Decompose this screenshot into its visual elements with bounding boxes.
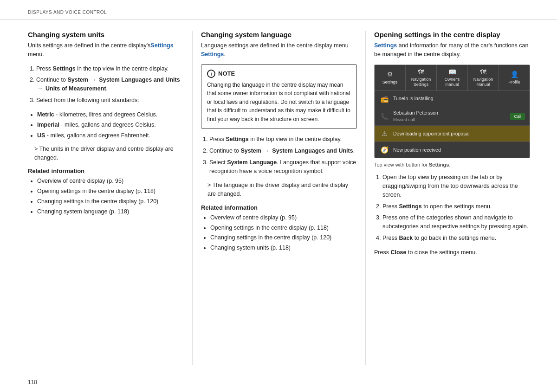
compass-icon: 🧭 xyxy=(379,145,389,155)
col2-step1: Press Settings in the top view in the ce… xyxy=(209,135,357,144)
col3-step2: Press Settings to open the settings menu… xyxy=(382,202,530,211)
col1-step1: Press Settings in the top view in the ce… xyxy=(36,64,184,73)
col3-step1: Open the top view by pressing on the tab… xyxy=(382,173,530,199)
col2-step2: Continue to System → System Languages an… xyxy=(209,147,357,155)
page-content: Changing system units Units settings are… xyxy=(0,19,557,374)
note-box: i NOTE Changing the language in the cent… xyxy=(201,64,357,129)
col3-closing: Press Close to close the settings menu. xyxy=(374,248,530,257)
note-header: i NOTE xyxy=(207,70,351,78)
note-label: NOTE xyxy=(218,70,235,77)
topbar-owners-manual: 📖 Owner'smanual xyxy=(437,65,468,91)
col3-intro: Settings and information for many of the… xyxy=(374,41,530,59)
centre-display-screenshot: ⚙ Settings 🗺 NavigationSettings 📖 Owner'… xyxy=(374,64,530,159)
col1-gt-line: > The units in the driver display and ce… xyxy=(34,145,184,162)
map-icon: 🗺 xyxy=(418,68,424,76)
col3-heading: Opening settings in the centre display xyxy=(374,31,530,39)
col2-intro: Language settings are defined in the cen… xyxy=(201,41,357,59)
col1-heading: Changing system units xyxy=(28,31,184,39)
display-row-sebastian: 📞 Sebastian Petersson Missed call Call xyxy=(375,107,530,126)
note-text: Changing the language in the centre disp… xyxy=(207,81,351,124)
col2-related-list: Overview of centre display (p. 95) Openi… xyxy=(201,213,357,252)
col1-related-list: Overview of centre display (p. 95) Openi… xyxy=(28,177,184,216)
col3-step4: Press Back to go back in the settings me… xyxy=(382,234,530,243)
display-caption: Top view with button for Settings. xyxy=(374,162,530,167)
note-icon: i xyxy=(207,70,215,78)
column-opening-settings: Opening settings in the centre display S… xyxy=(366,31,538,365)
topbar-profile: 👤 Profile xyxy=(499,65,530,91)
page-header: DISPLAYS AND VOICE CONTROL xyxy=(0,0,557,19)
topbar-settings: ⚙ Settings xyxy=(375,65,406,91)
call-button: Call xyxy=(510,113,525,120)
col2-step3: Select System Language. Languages that s… xyxy=(209,158,357,176)
col1-related-3: Changing settings in the centre display … xyxy=(37,197,184,206)
nav-manual-icon: 🗺 xyxy=(480,68,486,76)
col1-related-2: Opening settings in the centre display (… xyxy=(37,187,184,196)
col2-related-1: Overview of centre display (p. 95) xyxy=(210,213,357,222)
display-row-tunein: 📻 TuneIn is installing xyxy=(375,91,530,107)
column-system-language: Changing system language Language settin… xyxy=(193,31,366,365)
col3-step3: Press one of the categories shown and na… xyxy=(382,213,530,231)
settings-icon: ⚙ xyxy=(387,70,393,78)
display-topbar: ⚙ Settings 🗺 NavigationSettings 📖 Owner'… xyxy=(375,65,530,91)
call-icon: 📞 xyxy=(379,111,389,122)
col3-steps: Open the top view by pressing on the tab… xyxy=(374,173,530,242)
display-rows: 📻 TuneIn is installing 📞 Sebastian Peter… xyxy=(375,91,530,158)
col2-related-heading: Related information xyxy=(201,204,357,211)
column-system-units: Changing system units Units settings are… xyxy=(28,31,193,365)
topbar-nav-manual: 🗺 NavigationManual xyxy=(468,65,499,91)
col2-heading: Changing system language xyxy=(201,31,357,39)
col1-step2: Continue to System → System Languages an… xyxy=(36,76,184,93)
warning-icon: ⚠ xyxy=(379,129,389,139)
display-row-position: 🧭 New position received xyxy=(375,142,530,158)
profile-icon: 👤 xyxy=(511,70,518,78)
col1-steps: Press Settings in the top view in the ce… xyxy=(28,64,184,105)
page-number: 118 xyxy=(28,379,37,386)
topbar-nav-settings: 🗺 NavigationSettings xyxy=(406,65,437,91)
col1-bullet-us: US - miles, gallons and degrees Fahrenhe… xyxy=(37,131,184,140)
display-row-appointment: ⚠ Downloading appointment proposal xyxy=(375,126,530,142)
col2-related-3: Changing settings in the centre display … xyxy=(210,233,357,242)
col2-steps: Press Settings in the top view in the ce… xyxy=(201,135,357,175)
header-text: DISPLAYS AND VOICE CONTROL xyxy=(28,10,107,15)
col1-related-heading: Related information xyxy=(28,167,184,174)
col1-intro: Units settings are defined in the centre… xyxy=(28,41,184,59)
col1-step3: Select from the following unit standards… xyxy=(36,96,184,105)
col1-bullet-imperial: Imperial - miles, gallons and degrees Ce… xyxy=(37,121,184,129)
col1-bullets: Metric - kilometres, litres and degrees … xyxy=(28,110,184,140)
col2-gt-line: > The language in the driver display and… xyxy=(207,181,357,199)
book-icon: 📖 xyxy=(448,68,456,76)
tunein-icon: 📻 xyxy=(379,94,389,104)
col2-related-4: Changing system units (p. 118) xyxy=(210,244,357,252)
col1-related-1: Overview of centre display (p. 95) xyxy=(37,177,184,186)
col1-bullet-metric: Metric - kilometres, litres and degrees … xyxy=(37,110,184,119)
col1-related-4: Changing system language (p. 118) xyxy=(37,207,184,216)
col2-related-2: Opening settings in the centre display (… xyxy=(210,224,357,232)
